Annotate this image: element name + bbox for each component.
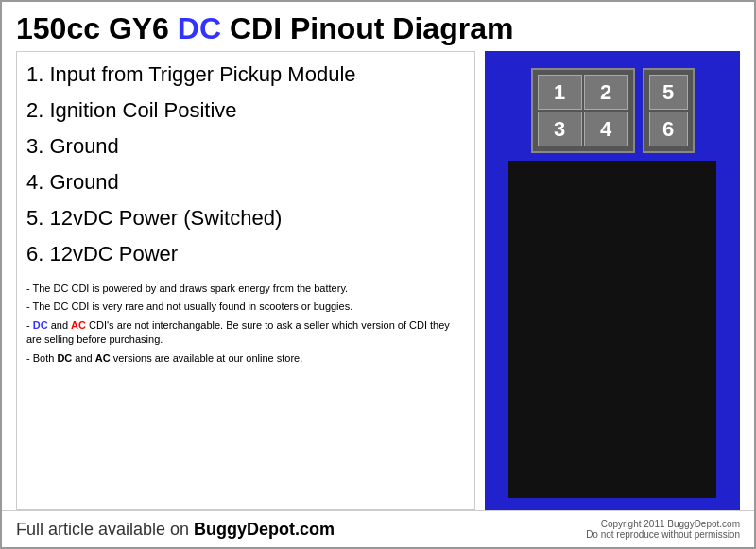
note3-dc: DC	[33, 319, 48, 331]
footer-left: Full article available on BuggyDepot.com	[16, 520, 335, 540]
pin-cell-2: 2	[584, 75, 628, 110]
footer-left-text: Full article available on	[16, 520, 194, 539]
list-item: 1. Input from Trigger Pickup Module	[26, 57, 465, 93]
copyright-line1: Copyright 2011 BuggyDepot.com	[586, 519, 740, 529]
connector-group: 1 2 3 4 5 6	[531, 68, 695, 153]
page-container: 150cc GY6 DC CDI Pinout Diagram 1. Input…	[0, 0, 756, 549]
list-item: 6. 12vDC Power	[26, 236, 465, 272]
header: 150cc GY6 DC CDI Pinout Diagram	[2, 2, 754, 51]
list-item: 5. 12vDC Power (Switched)	[26, 200, 465, 236]
right-panel: 1 2 3 4 5 6	[485, 51, 740, 510]
notes-section: - The DC CDI is powered by and draws spa…	[26, 282, 465, 366]
main-content: 1. Input from Trigger Pickup Module 2. I…	[2, 51, 754, 510]
pin-cell-6: 6	[649, 112, 688, 146]
list-item: 4. Ground	[26, 164, 465, 200]
footer-site: BuggyDepot.com	[194, 520, 335, 539]
connector-4pin: 1 2 3 4	[531, 68, 635, 153]
pin-cell-5: 5	[649, 75, 688, 110]
pin-cell-4: 4	[584, 112, 628, 146]
connector-2pin: 5 6	[643, 68, 695, 153]
pin-list: 1. Input from Trigger Pickup Module 2. I…	[26, 57, 465, 272]
title-part2: CDI Pinout Diagram	[221, 11, 513, 45]
title-part1: 150cc GY6	[16, 11, 178, 45]
connector-body	[508, 161, 716, 498]
pin-cell-3: 3	[538, 112, 582, 146]
note3-ac: AC	[71, 319, 86, 331]
note-1: - The DC CDI is powered by and draws spa…	[26, 282, 465, 296]
copyright-line2: Do not reproduce without permission	[586, 529, 740, 540]
pin-cell-1: 1	[538, 75, 582, 110]
note4-dc: DC	[57, 352, 72, 364]
note-3: - DC and AC CDI's are not interchangable…	[26, 318, 465, 348]
note-2: - The DC CDI is very rare and not usuall…	[26, 300, 465, 314]
list-item: 2. Ignition Coil Positive	[26, 93, 465, 129]
note-4: - Both DC and AC versions are available …	[26, 352, 465, 366]
left-panel: 1. Input from Trigger Pickup Module 2. I…	[16, 51, 475, 510]
list-item: 3. Ground	[26, 129, 465, 164]
page-title: 150cc GY6 DC CDI Pinout Diagram	[16, 11, 740, 46]
note4-ac: AC	[95, 352, 111, 364]
title-dc: DC	[178, 11, 221, 45]
footer-right: Copyright 2011 BuggyDepot.com Do not rep…	[586, 519, 740, 540]
footer: Full article available on BuggyDepot.com…	[2, 510, 754, 547]
